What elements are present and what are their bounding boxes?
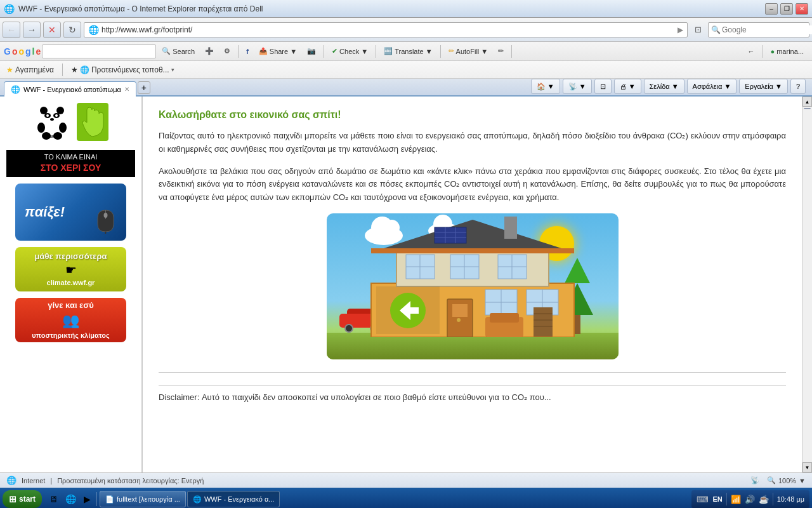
back-button[interactable]: ←	[3, 22, 20, 38]
address-go-button[interactable]: ▶	[678, 25, 683, 34]
page-button[interactable]: Σελίδα ▼	[644, 79, 684, 94]
toolbar-plus-button[interactable]: ➕	[200, 44, 218, 58]
share-icon: 📤	[259, 47, 268, 55]
g-letter-6: e	[36, 46, 41, 57]
status-connection-icon: 📡	[750, 476, 759, 485]
network-icon: 📶	[731, 495, 741, 504]
learn-more-button[interactable]: μάθε περισσότερα ☛ climate.wwf.gr	[15, 247, 126, 291]
url-input[interactable]	[102, 25, 675, 34]
new-tab-button[interactable]: +	[138, 81, 150, 94]
learn-label: μάθε περισσότερα	[35, 251, 107, 261]
svg-point-6	[46, 114, 49, 117]
svg-point-2	[40, 107, 48, 114]
refresh-button[interactable]: ↻	[63, 22, 81, 38]
toolbar-divider-5	[511, 45, 512, 58]
play-button[interactable]: παίξε!	[15, 184, 126, 241]
favbar-divider	[62, 64, 63, 76]
taskbar-item-wwf-icon: 🌐	[193, 495, 202, 504]
user-button[interactable]: ● marina...	[766, 44, 808, 58]
status-zone: Internet	[22, 477, 45, 485]
ie-title-icon: 🌐	[4, 4, 15, 14]
pencil-button[interactable]: ✏	[494, 44, 508, 58]
wwf-hand-logo	[77, 103, 108, 141]
zoom-level: 100%	[778, 477, 796, 485]
support-btn-inner[interactable]: γίνε και εσύ 👥 υποστηρικτής κλίματος	[15, 298, 126, 342]
address-bar: 🌐 ▶	[84, 22, 688, 37]
active-tab[interactable]: 🌐 WWF - Ενεργειακό αποτύπωμα ✕	[4, 81, 136, 97]
ql-ie[interactable]: 🌐	[63, 492, 77, 506]
google-search-input[interactable]	[42, 44, 156, 58]
facebook-button[interactable]: f	[242, 44, 253, 58]
start-button[interactable]: ⊞ start	[3, 490, 42, 508]
home-button[interactable]: 🏠 ▼	[531, 79, 560, 94]
restore-button[interactable]: ❐	[780, 3, 793, 15]
favorites-bar: ★ Αγαπημένα ★ 🌐 Προτεινόμενες τοποθ... ▾	[0, 61, 812, 79]
taskbar-item-wwf[interactable]: 🌐 WWF - Ενεργειακό α...	[187, 491, 280, 507]
tools-button[interactable]: Εργαλεία ▼	[739, 79, 788, 94]
rss-button[interactable]: 📡 ▼	[563, 79, 592, 94]
autofill-button[interactable]: ✏ AutoFill ▼	[444, 44, 493, 58]
windows-logo-icon: ⊞	[9, 494, 16, 504]
time-text: 10:48 μμ	[777, 495, 804, 503]
title-bar: 🌐 WWF - Ενεργειακό αποτύπωμα - Ο Interne…	[0, 0, 812, 18]
toolbar-divider-1	[238, 45, 239, 58]
learn-btn-inner[interactable]: μάθε περισσότερα ☛ climate.wwf.gr	[15, 247, 126, 291]
compatibility-button[interactable]: ⊡	[690, 22, 705, 37]
security-button[interactable]: Ασφάλεια ▼	[687, 79, 737, 94]
car-wheel-left	[344, 324, 353, 333]
close-button[interactable]: ✕	[796, 3, 808, 15]
mouse-icon-area	[95, 205, 117, 236]
svg-point-8	[50, 118, 54, 121]
vertical-scrollbar[interactable]: ▲ ▼	[802, 97, 812, 472]
scroll-thumb[interactable]	[804, 108, 811, 109]
toolbar-camera-button[interactable]: 📷	[303, 44, 320, 58]
share-button[interactable]: 📤 Share ▼	[254, 44, 301, 58]
java-icon: ☕	[759, 495, 769, 504]
tab-close-button[interactable]: ✕	[124, 86, 129, 93]
scroll-down-arrow[interactable]: ▼	[802, 462, 812, 472]
support-button[interactable]: γίνε και εσύ 👥 υποστηρικτής κλίματος	[15, 298, 126, 342]
search-input[interactable]	[722, 25, 812, 34]
svg-rect-21	[435, 227, 466, 243]
print-button[interactable]: 🖨 ▼	[614, 79, 641, 94]
g-letter-2: o	[12, 46, 18, 57]
google-logo: G o o g l e	[4, 46, 41, 57]
zoom-arrow-icon: ▼	[799, 477, 806, 485]
support-sub: υποστηρικτής κλίματος	[32, 331, 110, 339]
toolbar-arrow-button[interactable]: ←	[743, 44, 759, 58]
quick-launch-bar: 🖥 🌐 ▶	[44, 492, 97, 506]
favorites-button[interactable]: ★ Αγαπημένα	[4, 64, 56, 76]
taskbar-item-fulltext-label: fulltext [λειτουργία ...	[117, 495, 180, 503]
help-button[interactable]: ?	[790, 79, 806, 94]
favorites-item-ie[interactable]: ★ 🌐 Προτεινόμενες τοποθ... ▾	[69, 64, 177, 76]
zoom-control[interactable]: 🔍 100% ▼	[767, 476, 806, 485]
minimize-button[interactable]: –	[765, 3, 778, 15]
taskbar-item-fulltext[interactable]: 📄 fulltext [λειτουργία ...	[100, 491, 186, 507]
check-button[interactable]: ✔ Check ▼	[327, 44, 372, 58]
toolbar-options-button[interactable]: ⚙	[219, 44, 235, 58]
user-icon: ●	[771, 48, 775, 55]
translate-button[interactable]: 🔤 Translate ▼	[379, 44, 436, 58]
tab-bar: 🌐 WWF - Ενεργειακό αποτύπωμα ✕ + 🏠 ▼ 📡 ▼…	[0, 79, 812, 97]
scroll-up-arrow[interactable]: ▲	[802, 97, 812, 107]
toolbar-divider-4	[440, 45, 441, 58]
ie-page-icon: 🌐	[88, 25, 99, 35]
search-button[interactable]: 🔍 Search	[157, 44, 199, 58]
svg-point-9	[37, 123, 45, 133]
ql-show-desktop[interactable]: 🖥	[47, 492, 61, 506]
forward-button[interactable]: →	[23, 22, 41, 38]
print-preview-button[interactable]: ⊡	[594, 79, 612, 94]
facebook-icon: f	[246, 48, 249, 55]
ql-media[interactable]: ▶	[80, 492, 94, 506]
language-indicator: EN	[712, 495, 722, 503]
keyboard-icon: ⌨	[697, 495, 709, 504]
scroll-space	[802, 110, 812, 462]
play-btn-inner[interactable]: παίξε!	[15, 184, 126, 241]
stop-button[interactable]: ✕	[43, 22, 61, 38]
tab-icon: 🌐	[11, 85, 20, 94]
svg-point-10	[59, 123, 67, 133]
toolbar-divider-3	[376, 45, 376, 58]
fav-ie-icon2: 🌐	[80, 65, 89, 74]
title-bar-controls: – ❐ ✕	[765, 3, 808, 15]
house-illustration[interactable]	[327, 213, 619, 359]
